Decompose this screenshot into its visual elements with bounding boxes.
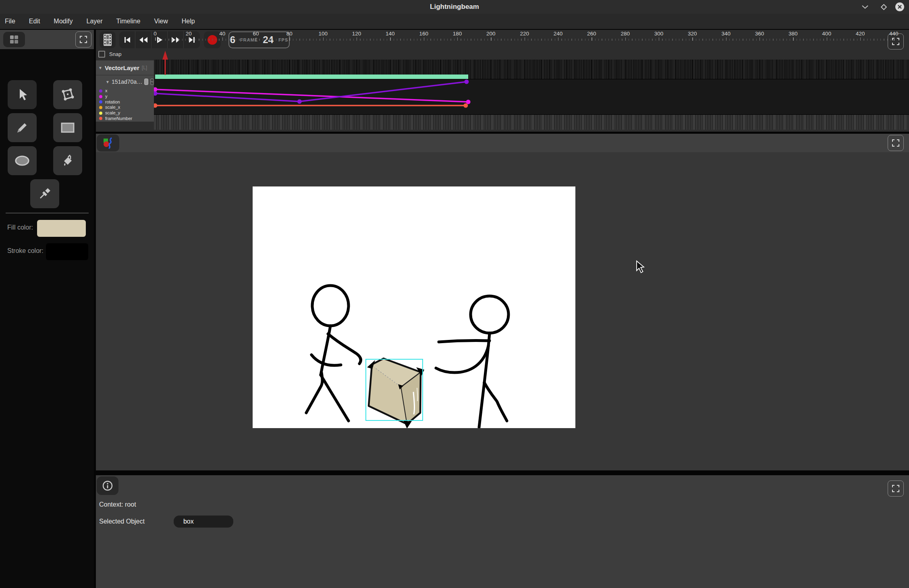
titlebar: Lightningbeam: [0, 0, 909, 14]
ruler-label: 300: [654, 31, 664, 37]
scale-x-color-dot: [99, 106, 102, 109]
ruler-label: 120: [352, 31, 361, 37]
rotation-color-dot: [99, 100, 102, 104]
info-button[interactable]: [97, 476, 118, 495]
tools-header: [0, 30, 94, 49]
info-icon: [102, 480, 113, 491]
selected-object-label: Selected Object: [99, 518, 145, 525]
tools-sidebar: Fill color: Stroke color:: [0, 30, 94, 588]
info-panel: Context: root Selected Object box: [96, 475, 909, 588]
snap-row: Snap: [96, 48, 154, 60]
timeline-empty-track[interactable]: [154, 115, 909, 130]
minimize-button[interactable]: [860, 2, 870, 12]
chevron-down-icon: [862, 5, 868, 9]
chevron-down-icon[interactable]: ▼: [98, 66, 102, 70]
ruler-label: 140: [386, 31, 395, 37]
snap-label: Snap: [109, 51, 121, 57]
ruler-label: 160: [419, 31, 428, 37]
menu-view[interactable]: View: [154, 18, 168, 25]
ruler-label: 360: [755, 31, 764, 37]
property-row-scale-y[interactable]: scale_y: [96, 110, 154, 116]
context-line: Context: root: [99, 501, 136, 508]
menu-edit[interactable]: Edit: [29, 18, 40, 25]
stage-drawing: [253, 186, 575, 428]
fullscreen-icon: [892, 139, 899, 147]
object-block: ▼ 151ad70a… ~ x y rotation scale_x scale…: [96, 75, 154, 122]
ruler-label: 280: [621, 31, 630, 37]
stroke-swatch[interactable]: [46, 243, 88, 260]
object-visibility-button[interactable]: [144, 79, 148, 85]
menubar: File Edit Modify Layer Timeline View Hel…: [0, 14, 909, 29]
fill-swatch[interactable]: [37, 220, 86, 237]
stick-figure-right[interactable]: [436, 296, 508, 427]
stroke-color-label: Stroke color:: [7, 247, 44, 255]
ruler-label: 40: [219, 31, 225, 37]
ruler-label: 260: [587, 31, 596, 37]
menu-timeline[interactable]: Timeline: [116, 18, 141, 25]
pencil-icon: [16, 121, 29, 134]
tool-transform[interactable]: [53, 80, 82, 109]
grid-icon: [9, 35, 19, 44]
menu-layer[interactable]: Layer: [86, 18, 102, 25]
close-button[interactable]: [895, 2, 905, 12]
ruler-label: 180: [453, 31, 462, 37]
tool-select[interactable]: [8, 80, 37, 109]
menu-file[interactable]: File: [5, 18, 15, 25]
snap-checkbox[interactable]: [98, 51, 105, 58]
frame-number-color-dot: [99, 117, 102, 120]
info-expand-button[interactable]: [888, 480, 904, 497]
ruler-label: 420: [856, 31, 865, 37]
tool-grid-button[interactable]: [3, 32, 25, 47]
canvas-panel: [96, 134, 909, 470]
tool-pencil[interactable]: [8, 113, 37, 142]
timeline-ruler[interactable]: 0204060801001201401601802002202402602803…: [96, 30, 909, 60]
timeline-left-column: Snap ▼ VectorLayer[L] ▼ 151ad70a… ~ x y …: [96, 48, 154, 132]
timeline-curves-area[interactable]: [154, 79, 909, 115]
rectangle-icon: [60, 122, 75, 133]
property-row-scale-x[interactable]: scale_x: [96, 105, 154, 110]
cursor-arrow-icon: [16, 88, 28, 101]
divider: [6, 213, 89, 213]
layer-row-vectorlayer[interactable]: ▼ VectorLayer[L]: [96, 60, 154, 75]
canvas-expand-button[interactable]: [888, 135, 904, 151]
window-title: Lightningbeam: [0, 0, 909, 14]
tool-eyedropper[interactable]: [30, 179, 59, 208]
ruler-label: 400: [822, 31, 831, 37]
canvas-header: [96, 134, 909, 152]
object-row-151ad70a[interactable]: ▼ 151ad70a… ~: [96, 75, 154, 88]
ruler-label: 380: [789, 31, 798, 37]
property-row-rotation[interactable]: rotation: [96, 99, 154, 105]
scale-y-color-dot: [99, 112, 102, 115]
stick-figure-left[interactable]: [306, 286, 361, 421]
ruler-label: 200: [486, 31, 496, 37]
property-row-y[interactable]: y: [96, 94, 154, 99]
menu-help[interactable]: Help: [182, 18, 195, 25]
transform-quad-icon: [61, 88, 75, 101]
object-wave-button[interactable]: ~: [150, 79, 154, 85]
shapes-icon: [102, 137, 114, 149]
fill-color-label: Fill color:: [7, 224, 33, 231]
timeline-panel: 6 FRAME 24 FPS 0204060801001201401601802…: [96, 30, 909, 132]
ruler-label: 220: [520, 31, 529, 37]
ruler-label: 20: [186, 31, 192, 37]
layer-suffix: [L]: [142, 65, 147, 70]
maximize-button[interactable]: [879, 2, 888, 12]
tool-rectangle[interactable]: [53, 113, 82, 142]
stage[interactable]: [253, 186, 575, 428]
x-color-dot: [99, 89, 102, 93]
menu-modify[interactable]: Modify: [54, 18, 73, 25]
ruler-label: 340: [721, 31, 731, 37]
property-row-x[interactable]: x: [96, 88, 154, 94]
corner-arrow-icon: [403, 420, 411, 428]
tool-paint-bucket[interactable]: [53, 146, 82, 175]
selected-box-object[interactable]: [367, 358, 424, 428]
chevron-down-icon[interactable]: ▼: [106, 80, 110, 84]
tool-ellipse[interactable]: [8, 146, 37, 175]
timeline-frames-track[interactable]: [154, 60, 909, 79]
tools-expand-button[interactable]: [75, 31, 91, 48]
canvas-shapes-button[interactable]: [97, 135, 119, 151]
selected-object-value[interactable]: box: [174, 516, 233, 528]
property-row-frame-number[interactable]: frameNumber: [96, 116, 154, 122]
y-color-dot: [99, 95, 102, 98]
ruler-label: 60: [253, 31, 259, 37]
